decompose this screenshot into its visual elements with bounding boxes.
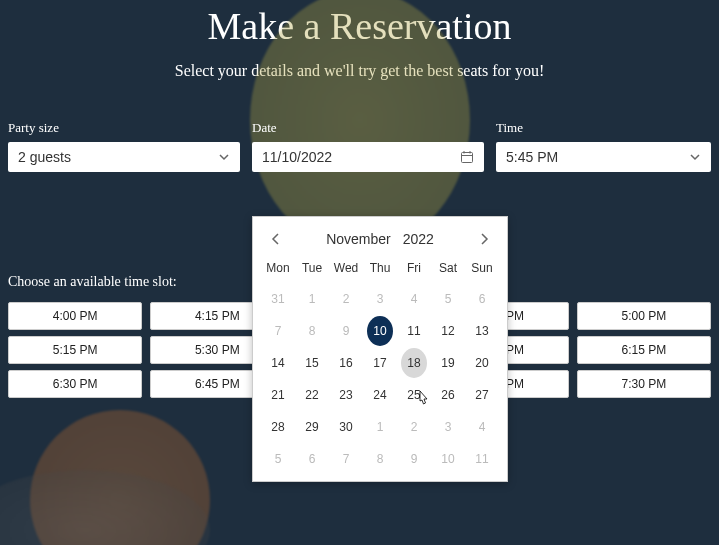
- calendar-day[interactable]: 29: [299, 412, 325, 442]
- calendar-day[interactable]: 22: [299, 380, 325, 410]
- calendar-day[interactable]: 13: [469, 316, 495, 346]
- time-label: Time: [496, 120, 711, 136]
- calendar-day[interactable]: 1: [299, 284, 325, 314]
- time-value: 5:45 PM: [506, 149, 558, 165]
- party-size-field: Party size 2 guests: [8, 120, 240, 172]
- calendar-year: 2022: [403, 231, 434, 247]
- calendar-day[interactable]: 11: [469, 444, 495, 474]
- calendar-day[interactable]: 1: [367, 412, 393, 442]
- calendar-header: November 2022: [253, 217, 507, 255]
- date-value: 11/10/2022: [262, 149, 332, 165]
- calendar-day[interactable]: 26: [435, 380, 461, 410]
- calendar-day[interactable]: 21: [265, 380, 291, 410]
- date-field: Date 11/10/2022: [252, 120, 484, 172]
- calendar-day[interactable]: 18: [401, 348, 427, 378]
- calendar-next-month[interactable]: [479, 232, 489, 246]
- time-select[interactable]: 5:45 PM: [496, 142, 711, 172]
- calendar-weekday: Tue: [295, 255, 329, 283]
- calendar-day[interactable]: 11: [401, 316, 427, 346]
- time-slot[interactable]: 4:00 PM: [8, 302, 142, 330]
- chevron-down-icon: [689, 151, 701, 163]
- calendar-days-grid: 3112345678910111213141516171819202122232…: [253, 283, 507, 475]
- calendar-day[interactable]: 2: [333, 284, 359, 314]
- time-slot[interactable]: 7:30 PM: [577, 370, 711, 398]
- calendar-day[interactable]: 10: [367, 316, 393, 346]
- calendar-day[interactable]: 14: [265, 348, 291, 378]
- calendar-day[interactable]: 20: [469, 348, 495, 378]
- calendar-weekday: Fri: [397, 255, 431, 283]
- calendar-day[interactable]: 6: [469, 284, 495, 314]
- calendar-weekday: Sun: [465, 255, 499, 283]
- calendar-day[interactable]: 3: [435, 412, 461, 442]
- party-size-value: 2 guests: [18, 149, 71, 165]
- calendar-day[interactable]: 28: [265, 412, 291, 442]
- calendar-month: November: [326, 231, 391, 247]
- calendar-day[interactable]: 27: [469, 380, 495, 410]
- calendar-day[interactable]: 6: [299, 444, 325, 474]
- calendar-day[interactable]: 7: [265, 316, 291, 346]
- calendar-day[interactable]: 5: [435, 284, 461, 314]
- calendar-day[interactable]: 12: [435, 316, 461, 346]
- calendar-day[interactable]: 19: [435, 348, 461, 378]
- calendar-weekday: Wed: [329, 255, 363, 283]
- calendar-icon: [460, 150, 474, 164]
- calendar-day[interactable]: 5: [265, 444, 291, 474]
- chevron-down-icon: [218, 151, 230, 163]
- calendar-day[interactable]: 8: [367, 444, 393, 474]
- calendar-day[interactable]: 9: [333, 316, 359, 346]
- calendar-day[interactable]: 2: [401, 412, 427, 442]
- calendar-weekday: Mon: [261, 255, 295, 283]
- calendar-day[interactable]: 9: [401, 444, 427, 474]
- calendar-weekday: Sat: [431, 255, 465, 283]
- time-slot[interactable]: 6:15 PM: [577, 336, 711, 364]
- calendar-day[interactable]: 7: [333, 444, 359, 474]
- date-label: Date: [252, 120, 484, 136]
- calendar-day[interactable]: 4: [401, 284, 427, 314]
- time-slot[interactable]: 5:15 PM: [8, 336, 142, 364]
- calendar-weekday-row: MonTueWedThuFriSatSun: [253, 255, 507, 283]
- calendar-day[interactable]: 31: [265, 284, 291, 314]
- calendar-day[interactable]: 8: [299, 316, 325, 346]
- calendar-day[interactable]: 10: [435, 444, 461, 474]
- time-slot[interactable]: 5:00 PM: [577, 302, 711, 330]
- calendar-title: November 2022: [322, 231, 438, 247]
- date-input[interactable]: 11/10/2022: [252, 142, 484, 172]
- svg-rect-0: [462, 153, 473, 163]
- calendar-day[interactable]: 30: [333, 412, 359, 442]
- party-size-label: Party size: [8, 120, 240, 136]
- calendar-prev-month[interactable]: [271, 232, 281, 246]
- calendar-day[interactable]: 16: [333, 348, 359, 378]
- reservation-form: Party size 2 guests Date 11/10/2022 Time…: [0, 120, 719, 172]
- calendar-day[interactable]: 15: [299, 348, 325, 378]
- calendar-day[interactable]: 3: [367, 284, 393, 314]
- calendar-day[interactable]: 23: [333, 380, 359, 410]
- calendar-popover: November 2022 MonTueWedThuFriSatSun 3112…: [252, 216, 508, 482]
- calendar-day[interactable]: 25: [401, 380, 427, 410]
- time-field: Time 5:45 PM: [496, 120, 711, 172]
- calendar-day[interactable]: 4: [469, 412, 495, 442]
- party-size-select[interactable]: 2 guests: [8, 142, 240, 172]
- time-slot[interactable]: 6:30 PM: [8, 370, 142, 398]
- calendar-weekday: Thu: [363, 255, 397, 283]
- calendar-day[interactable]: 17: [367, 348, 393, 378]
- calendar-day[interactable]: 24: [367, 380, 393, 410]
